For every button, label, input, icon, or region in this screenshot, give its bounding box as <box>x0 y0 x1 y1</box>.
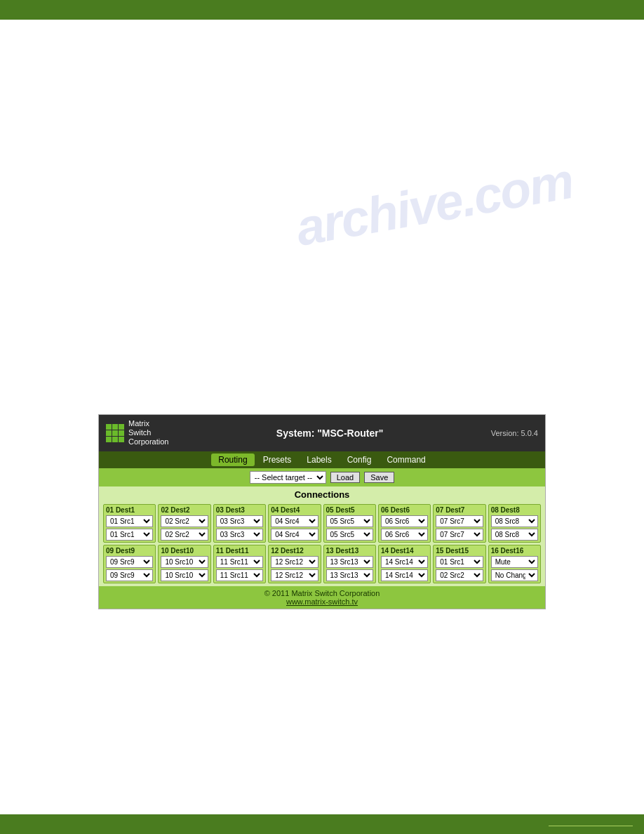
dest-label-dest4: 04 Dest4 <box>271 506 318 514</box>
copyright-text: © 2011 Matrix Switch Corporation <box>102 589 542 597</box>
dest-select-dest13-0[interactable]: 13 Src13 <box>326 556 373 568</box>
connections-title: Connections <box>99 486 545 501</box>
dest-select-dest11-1[interactable]: 11 Src11 <box>216 569 263 581</box>
dest-label-dest16: 16 Dest16 <box>491 547 538 555</box>
dest-block-dest13: 13 Dest1313 Src1313 Src13 <box>323 545 376 583</box>
dest-select-dest4-0[interactable]: 04 Src4 <box>271 515 318 527</box>
dest-label-dest2: 02 Dest2 <box>161 506 208 514</box>
dest-label-dest13: 13 Dest13 <box>326 547 373 555</box>
panel-footer: © 2011 Matrix Switch Corporation www.mat… <box>99 586 545 609</box>
logo-cell <box>112 430 118 436</box>
dest-select-dest13-1[interactable]: 13 Src13 <box>326 569 373 581</box>
dest-block-dest11: 11 Dest1111 Src1111 Src11 <box>213 545 266 583</box>
dest-select-dest9-1[interactable]: 09 Src9 <box>106 569 153 581</box>
dest-block-dest10: 10 Dest1010 Src1010 Src10 <box>158 545 210 583</box>
dest-select-dest11-0[interactable]: 11 Src11 <box>216 556 263 568</box>
dest-select-dest10-1[interactable]: 10 Src10 <box>161 569 208 581</box>
dest-select-dest5-1[interactable]: 05 Src5 <box>326 529 373 541</box>
dest-block-dest14: 14 Dest1414 Src1414 Src14 <box>378 545 431 583</box>
dest-label-dest10: 10 Dest10 <box>161 547 208 555</box>
bottom-bar <box>0 814 644 834</box>
toolbar: -- Select target -- Load Save <box>99 468 545 486</box>
dest-label-dest1: 01 Dest1 <box>106 506 153 514</box>
dest-select-dest15-0[interactable]: 01 Src1 <box>436 556 483 568</box>
dest-label-dest6: 06 Dest6 <box>381 506 428 514</box>
dest-select-dest5-0[interactable]: 05 Src5 <box>326 515 373 527</box>
dest-select-dest4-1[interactable]: 04 Src4 <box>271 529 318 541</box>
dest-select-dest9-0[interactable]: 09 Src9 <box>106 556 153 568</box>
dest-select-dest16-1[interactable]: No Change <box>491 569 538 581</box>
dest-block-dest9: 09 Dest909 Src909 Src9 <box>103 545 156 583</box>
logo-cell <box>106 424 112 430</box>
main-panel: MatrixSwitchCorporation System: "MSC-Rou… <box>98 414 546 609</box>
logo-cell <box>119 437 124 442</box>
website-link[interactable]: www.matrix-switch.tv <box>286 597 358 606</box>
logo-cell <box>106 430 112 436</box>
dest-label-dest8: 08 Dest8 <box>491 506 538 514</box>
logo-cell <box>119 424 124 430</box>
dest-select-dest12-0[interactable]: 12 Src12 <box>271 556 318 568</box>
dest-select-dest14-0[interactable]: 14 Src14 <box>381 556 428 568</box>
dest-label-dest15: 15 Dest15 <box>436 547 483 555</box>
dest-label-dest11: 11 Dest11 <box>216 547 263 555</box>
dest-block-dest1: 01 Dest101 Src101 Src1 <box>103 504 156 543</box>
dest-block-dest6: 06 Dest606 Src606 Src6 <box>378 504 431 543</box>
dest-label-dest7: 07 Dest7 <box>436 506 483 514</box>
dest-label-dest14: 14 Dest14 <box>381 547 428 555</box>
logo-text: MatrixSwitchCorporation <box>128 419 168 447</box>
select-target[interactable]: -- Select target -- <box>250 471 326 484</box>
dest-label-dest12: 12 Dest12 <box>271 547 318 555</box>
dest-block-dest5: 05 Dest505 Src505 Src5 <box>323 504 376 543</box>
tab-routing[interactable]: Routing <box>211 454 254 466</box>
dest-select-dest6-0[interactable]: 06 Src6 <box>381 515 428 527</box>
dest-label-dest9: 09 Dest9 <box>106 547 153 555</box>
destinations-grid: 01 Dest101 Src101 Src102 Dest202 Src202 … <box>99 501 545 586</box>
tab-command[interactable]: Command <box>380 454 432 466</box>
version-label: Version: 5.0.4 <box>491 429 538 437</box>
panel-header: MatrixSwitchCorporation System: "MSC-Rou… <box>99 415 545 451</box>
dest-select-dest1-1[interactable]: 01 Src1 <box>106 529 153 541</box>
dest-label-dest5: 05 Dest5 <box>326 506 373 514</box>
logo-cell <box>112 424 118 430</box>
dest-select-dest2-0[interactable]: 02 Src2 <box>161 515 208 527</box>
dest-select-dest15-1[interactable]: 02 Src2 <box>436 569 483 581</box>
dest-label-dest3: 03 Dest3 <box>216 506 263 514</box>
dest-select-dest10-0[interactable]: 10 Src10 <box>161 556 208 568</box>
nav-bar: Routing Presets Labels Config Command <box>99 451 545 468</box>
system-title: System: "MSC-Router" <box>276 428 384 439</box>
watermark: archive.com <box>292 152 577 257</box>
dest-select-dest7-1[interactable]: 07 Src7 <box>436 529 483 541</box>
dest-select-dest2-1[interactable]: 02 Src2 <box>161 529 208 541</box>
load-button[interactable]: Load <box>330 472 360 483</box>
logo-cell <box>106 437 112 442</box>
top-bar <box>0 0 644 20</box>
tab-config[interactable]: Config <box>340 454 379 466</box>
bottom-bar-line <box>549 826 633 826</box>
dest-select-dest8-0[interactable]: 08 Src8 <box>491 515 538 527</box>
dest-block-dest16: 16 Dest16MuteNo Change <box>488 545 541 583</box>
logo-cell <box>119 430 124 436</box>
dest-block-dest2: 02 Dest202 Src202 Src2 <box>158 504 210 543</box>
logo-area: MatrixSwitchCorporation <box>106 419 168 447</box>
dest-select-dest3-1[interactable]: 03 Src3 <box>216 529 263 541</box>
tab-labels[interactable]: Labels <box>300 454 338 466</box>
dest-select-dest8-1[interactable]: 08 Src8 <box>491 529 538 541</box>
dest-select-dest6-1[interactable]: 06 Src6 <box>381 529 428 541</box>
logo-cell <box>112 437 118 442</box>
logo-grid <box>106 424 124 442</box>
dest-block-dest4: 04 Dest404 Src404 Src4 <box>268 504 321 543</box>
dest-select-dest14-1[interactable]: 14 Src14 <box>381 569 428 581</box>
dest-block-dest3: 03 Dest303 Src303 Src3 <box>213 504 266 543</box>
tab-presets[interactable]: Presets <box>256 454 299 466</box>
dest-block-dest12: 12 Dest1212 Src1212 Src12 <box>268 545 321 583</box>
dest-block-dest15: 15 Dest1501 Src102 Src2 <box>433 545 485 583</box>
dest-select-dest12-1[interactable]: 12 Src12 <box>271 569 318 581</box>
dest-select-dest3-0[interactable]: 03 Src3 <box>216 515 263 527</box>
dest-select-dest1-0[interactable]: 01 Src1 <box>106 515 153 527</box>
dest-select-dest7-0[interactable]: 07 Src7 <box>436 515 483 527</box>
dest-block-dest7: 07 Dest707 Src707 Src7 <box>433 504 485 543</box>
save-button[interactable]: Save <box>364 472 394 483</box>
dest-select-dest16-0[interactable]: Mute <box>491 556 538 568</box>
dest-block-dest8: 08 Dest808 Src808 Src8 <box>488 504 541 543</box>
